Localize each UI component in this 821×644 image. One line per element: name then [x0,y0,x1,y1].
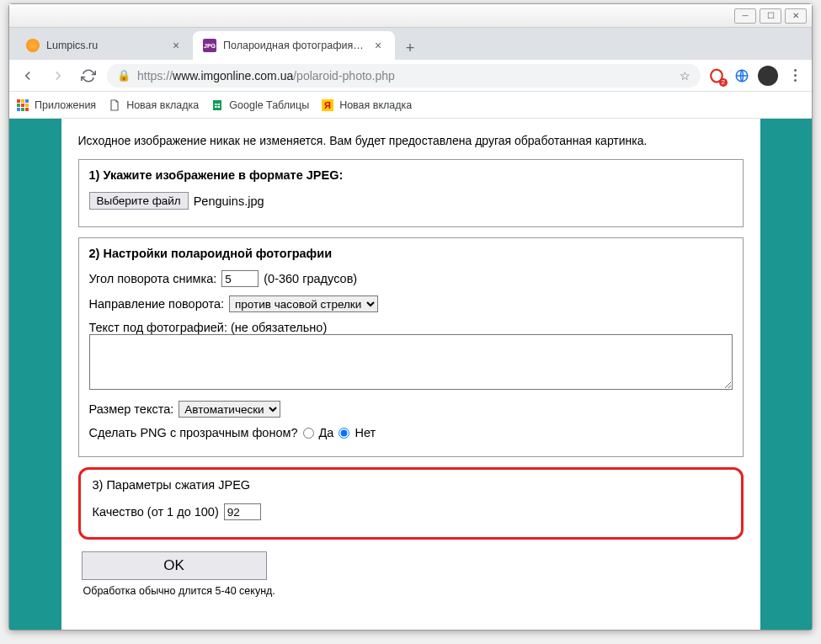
direction-label: Направление поворота: [89,297,225,311]
choose-file-button[interactable]: Выберите файл [89,192,189,210]
svg-rect-6 [21,104,24,107]
section-settings: 2) Настройки полароидной фотографии Угол… [78,237,744,457]
caption-label: Текст под фотографией: (не обязательно) [89,321,328,334]
new-tab-button[interactable]: + [398,36,422,60]
angle-input[interactable] [221,270,259,287]
caption-textarea[interactable] [89,334,733,390]
browser-window: ─ ☐ ✕ Lumpics.ru × JPG Полароидная фотог… [8,3,813,631]
extension-globe-icon[interactable] [733,67,751,85]
section-upload: 1) Укажите изображение в формате JPEG: В… [78,159,744,227]
back-button[interactable] [16,64,40,88]
bookmark-item[interactable]: Google Таблицы [211,98,309,112]
tab-strip: Lumpics.ru × JPG Полароидная фотография … [9,28,812,60]
png-yes-radio[interactable] [303,428,314,439]
page-icon [108,98,121,112]
close-tab-icon[interactable]: × [169,39,183,52]
close-tab-icon[interactable]: × [371,39,385,52]
forward-button[interactable] [46,64,70,88]
svg-rect-3 [21,99,24,103]
bookmarks-bar: Приложения Новая вкладка Google Таблицы … [9,92,812,119]
radio-label-yes: Да [319,426,334,439]
section-title: 2) Настройки полароидной фотографии [89,247,733,260]
extension-opera-icon[interactable]: 2 [707,67,726,85]
bookmark-item[interactable]: Я Новая вкладка [321,98,412,112]
page-content: Исходное изображение никак не изменяется… [61,119,760,630]
angle-label: Угол поворота снимка: [89,272,217,285]
svg-rect-2 [17,99,20,103]
yandex-icon: Я [321,98,334,112]
profile-avatar[interactable] [758,66,778,86]
direction-select[interactable]: против часовой стрелки [229,295,378,312]
apps-button[interactable]: Приложения [16,98,96,112]
tab-title: Lumpics.ru [46,40,163,51]
bookmark-item[interactable]: Новая вкладка [108,98,199,112]
svg-rect-5 [17,104,20,107]
bookmark-label: Google Таблицы [229,99,309,111]
svg-rect-10 [25,108,29,111]
text-size-select[interactable]: Автоматически [179,401,280,418]
maximize-button[interactable]: ☐ [760,8,781,24]
svg-text:Я: Я [324,100,331,110]
favicon-icon [26,39,40,52]
svg-rect-9 [21,108,24,111]
close-window-button[interactable]: ✕ [785,8,807,24]
section-title: 3) Параметры сжатия JPEG [93,478,729,492]
bookmark-label: Приложения [35,99,96,111]
tab-lumpics[interactable]: Lumpics.ru × [16,31,193,60]
tab-imgonline[interactable]: JPG Полароидная фотография онла × [193,31,395,60]
chosen-filename: Penguins.jpg [194,194,264,208]
svg-rect-8 [17,108,20,111]
bookmark-star-icon[interactable]: ☆ [680,69,690,82]
png-no-radio[interactable] [339,428,349,439]
quality-label: Качество (от 1 до 100) [93,505,219,519]
angle-hint: (0-360 градусов) [264,272,357,285]
bookmark-label: Новая вкладка [126,99,199,111]
quality-input[interactable] [224,503,261,520]
address-bar: 🔒 https://www.imgonline.com.ua/polaroid-… [9,60,812,92]
section-title: 1) Укажите изображение в формате JPEG: [89,168,733,182]
sheets-icon [211,98,224,112]
processing-note: Обработка обычно длится 5-40 секунд. [83,585,744,597]
apps-icon [16,98,29,112]
favicon-icon: JPG [203,39,216,52]
window-titlebar: ─ ☐ ✕ [9,4,812,28]
minimize-button[interactable]: ─ [734,8,756,24]
extension-badge: 2 [719,78,728,87]
svg-rect-4 [25,99,29,103]
ok-button[interactable]: OK [82,551,267,580]
text-size-label: Размер текста: [89,402,174,416]
url-text: https://www.imgonline.com.ua/polaroid-ph… [137,69,673,82]
bookmark-label: Новая вкладка [339,99,412,111]
menu-button[interactable] [785,69,805,82]
page-description: Исходное изображение никак не изменяется… [78,134,744,147]
url-field[interactable]: 🔒 https://www.imgonline.com.ua/polaroid-… [107,64,701,88]
section-compression-highlighted: 3) Параметры сжатия JPEG Качество (от 1 … [78,467,744,540]
svg-rect-7 [25,104,29,107]
page-viewport: Исходное изображение никак не изменяется… [9,119,812,630]
reload-button[interactable] [77,64,100,88]
png-label: Сделать PNG с прозрачным фоном? [89,426,298,439]
lock-icon: 🔒 [117,69,131,82]
tab-title: Полароидная фотография онла [223,40,365,51]
radio-label-no: Нет [355,426,376,439]
